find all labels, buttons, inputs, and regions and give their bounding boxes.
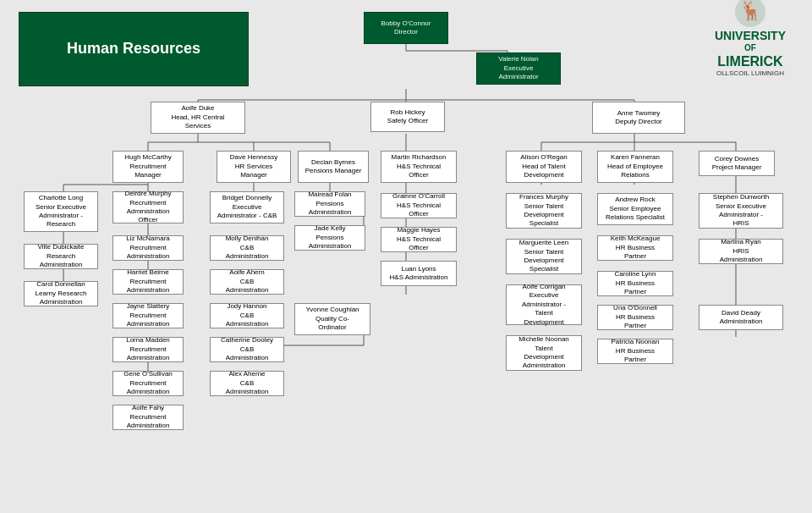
node-andrew-text: Andrew RockSenior EmployeeRelations Spec… — [606, 196, 665, 222]
node-vilte-text: Vilte DubickaiteResearchAdministration — [38, 243, 85, 269]
node-patricia: Patricia NoonanHR BusinessPartner — [597, 339, 673, 364]
node-liz: Liz McNamaraRecruitmentAdministration — [112, 235, 184, 261]
svg-text:🦌: 🦌 — [738, 0, 762, 22]
node-rob: Rob HickeySafety Officer — [370, 102, 445, 132]
node-lorna-text: Lorna MaddenRecruitmentAdministration — [126, 336, 170, 362]
node-alex: Alex AherneC&BAdministration — [210, 371, 284, 396]
node-catherine-text: Catherine DooleyC&BAdministration — [221, 336, 273, 362]
node-catherine: Catherine DooleyC&BAdministration — [210, 337, 284, 362]
node-yvonne: Yvonne CoughlanQuality Co-Ordinator — [294, 303, 370, 335]
node-bobby: Bobby O'ConnorDirector — [364, 12, 448, 44]
node-caroline: Caroline LynnHR BusinessPartner — [597, 271, 673, 296]
node-harriet: Harriet BeirneRecruitmentAdministration — [112, 269, 184, 295]
node-frances: Frances MurphySenior TalentDevelopmentSp… — [506, 193, 582, 229]
node-vilte: Vilte DubickaiteResearchAdministration — [24, 244, 98, 269]
node-dave: Dave HennessyHR ServicesManager — [217, 151, 291, 183]
node-martina-text: Martina RyanHRISAdministration — [720, 238, 763, 264]
node-luan: Luan LyonsH&S Administration — [381, 261, 457, 286]
node-luan-text: Luan LyonsH&S Administration — [390, 265, 448, 283]
node-alison: Alison O'ReganHead of TalentDevelopment — [506, 151, 582, 183]
node-jayne-text: Jayne SlatteryRecruitmentAdministration — [127, 302, 170, 328]
node-bridget: Bridget DonnellyExecutiveAdministrator -… — [210, 191, 284, 223]
node-karen: Karen FanneranHead of EmployeeRelations — [597, 151, 673, 183]
node-yvonne-text: Yvonne CoughlanQuality Co-Ordinator — [305, 306, 359, 332]
node-aoife-corrigan-text: Aoife CorriganExecutiveAdministrator -Ta… — [522, 283, 566, 327]
node-hugh: Hugh McCarthyRecruitmentManager — [112, 151, 184, 183]
node-carol: Carol DonnellanLearny ResearchAdministra… — [24, 281, 98, 306]
node-alison-text: Alison O'ReganHead of TalentDevelopment — [520, 153, 567, 179]
node-karen-text: Karen FanneranHead of EmployeeRelations — [607, 153, 663, 179]
node-corey: Corey DownesProject Manager — [699, 151, 775, 176]
node-jade: Jade KellyPensionsAdministration — [294, 225, 365, 251]
node-michelle-text: Michelle NoonanTalentDevelopmentAdminist… — [518, 335, 569, 371]
node-rob-text: Rob HickeySafety Officer — [387, 108, 428, 126]
node-dave-text: Dave HennessyHR ServicesManager — [230, 153, 277, 179]
node-stephen: Stephen DunworthSenior ExecutiveAdminist… — [699, 193, 783, 229]
node-aoife-fahy: Aoife FahyRecruitmentAdministration — [112, 405, 184, 430]
node-aoife-ahern-text: Aoife AhernC&BAdministration — [226, 268, 269, 295]
node-david: David DeadyAdministration — [699, 305, 783, 330]
node-molly-text: Molly DenihanC&BAdministration — [226, 234, 269, 261]
node-una: Una O'DonnellHR BusinessPartner — [597, 305, 673, 330]
node-jody: Jody HannonC&BAdministration — [210, 303, 284, 328]
node-david-text: David DeadyAdministration — [720, 309, 763, 327]
node-mairead: Mairead FolanPensionsAdministration — [294, 191, 365, 217]
node-corey-text: Corey DownesProject Manager — [712, 155, 762, 173]
node-keith-text: Keith McKeagueHR BusinessPartner — [611, 234, 661, 261]
node-mairead-text: Mairead FolanPensionsAdministration — [308, 190, 351, 217]
node-declan-text: Declan ByrnesPensions Manager — [305, 158, 362, 176]
node-liz-text: Liz McNamaraRecruitmentAdministration — [126, 234, 170, 261]
node-charlotte-text: Charlotte LongSenior ExecutiveAdministra… — [36, 194, 86, 229]
node-aoife-ahern: Aoife AhernC&BAdministration — [210, 269, 284, 295]
node-hugh-text: Hugh McCarthyRecruitmentManager — [124, 153, 172, 179]
node-aoife-corrigan: Aoife CorriganExecutiveAdministrator -Ta… — [506, 284, 582, 325]
node-gene-text: Gene O'SullivanRecruitmentAdministration — [123, 370, 173, 396]
node-valerie: Valerie NolanExecutiveAdministrator — [476, 52, 561, 85]
node-valerie-text: Valerie NolanExecutiveAdministrator — [498, 55, 538, 81]
node-bobby-text: Bobby O'ConnorDirector — [381, 19, 431, 37]
title-text: Human Resources — [67, 39, 200, 58]
node-molly: Molly DenihanC&BAdministration — [210, 235, 284, 261]
node-aoife-duke: Aoife DukeHead, HR CentralServices — [151, 102, 245, 134]
logo-icon: 🦌 — [733, 0, 767, 29]
node-caroline-text: Caroline LynnHR BusinessPartner — [614, 270, 656, 296]
node-patricia-text: Patricia NoonanHR BusinessPartner — [612, 338, 660, 364]
title-box: Human Resources — [19, 12, 249, 86]
node-deirdre-text: Deirdre MurphyRecruitmentAdministrationO… — [124, 190, 171, 225]
node-harriet-text: Harriet BeirneRecruitmentAdministration — [127, 268, 170, 295]
node-aoife-duke-text: Aoife DukeHead, HR CentralServices — [171, 104, 224, 130]
node-maggie-text: Maggie HayesH&S TechnicalOfficer — [397, 226, 441, 252]
node-grainne: Grainne O'CarrollH&S TechnicalOfficer — [381, 193, 457, 218]
node-maggie: Maggie HayesH&S TechnicalOfficer — [381, 227, 457, 252]
node-keith: Keith McKeagueHR BusinessPartner — [597, 235, 673, 261]
node-gene: Gene O'SullivanRecruitmentAdministration — [112, 371, 184, 396]
node-carol-text: Carol DonnellanLearny ResearchAdministra… — [36, 280, 87, 306]
node-grainne-text: Grainne O'CarrollH&S TechnicalOfficer — [392, 192, 445, 218]
node-martina: Martina RyanHRISAdministration — [699, 239, 783, 264]
logo-area: 🦌 UNIVERSITY OF LIMERICK OLLSCOIL LUIMNI… — [695, 7, 805, 66]
node-lorna: Lorna MaddenRecruitmentAdministration — [112, 337, 184, 362]
node-jade-text: Jade KellyPensionsAdministration — [309, 224, 352, 251]
node-jody-text: Jody HannonC&BAdministration — [226, 302, 269, 328]
node-marguerite-text: Marguerite LeenSenior TalentDevelopmentS… — [519, 239, 568, 274]
node-aoife-fahy-text: Aoife FahyRecruitmentAdministration — [127, 404, 170, 430]
node-bridget-text: Bridget DonnellyExecutiveAdministrator -… — [217, 194, 277, 220]
node-martin: Martin RichardsonH&S TechnicalOfficer — [381, 151, 457, 183]
node-marguerite: Marguerite LeenSenior TalentDevelopmentS… — [506, 239, 582, 274]
org-chart: Human Resources 🦌 UNIVERSITY OF LIMERICK… — [0, 0, 812, 513]
node-declan: Declan ByrnesPensions Manager — [298, 151, 369, 183]
node-anne-text: Anne TwomeyDeputy Director — [615, 109, 662, 127]
node-frances-text: Frances MurphySenior TalentDevelopmentSp… — [519, 193, 568, 229]
node-stephen-text: Stephen DunworthSenior ExecutiveAdminist… — [713, 193, 769, 229]
node-michelle: Michelle NoonanTalentDevelopmentAdminist… — [506, 335, 582, 371]
node-andrew: Andrew RockSenior EmployeeRelations Spec… — [597, 193, 673, 225]
node-alex-text: Alex AherneC&BAdministration — [226, 370, 269, 396]
node-deirdre: Deirdre MurphyRecruitmentAdministrationO… — [112, 191, 184, 223]
node-jayne: Jayne SlatteryRecruitmentAdministration — [112, 303, 184, 328]
node-charlotte: Charlotte LongSenior ExecutiveAdministra… — [24, 191, 98, 232]
node-martin-text: Martin RichardsonH&S TechnicalOfficer — [392, 153, 447, 179]
node-una-text: Una O'DonnellHR BusinessPartner — [613, 304, 657, 330]
node-anne: Anne TwomeyDeputy Director — [592, 102, 685, 134]
